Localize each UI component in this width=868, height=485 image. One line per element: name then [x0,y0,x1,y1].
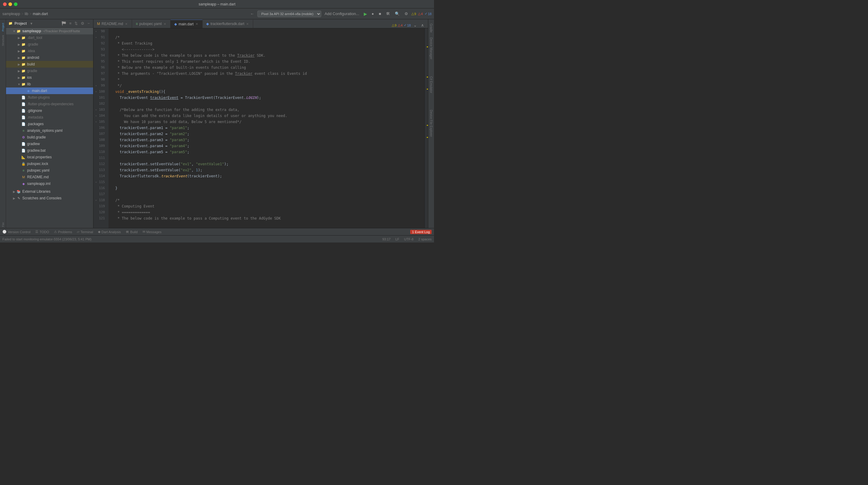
version-control-btn[interactable]: ⚪ Version Control [2,230,30,234]
locate-button[interactable]: 🏁 [61,21,67,26]
tree-item-scratches[interactable]: ▶ ✎ Scratches and Consoles [6,195,93,201]
list-item[interactable]: 📄 gradlew.bat [6,147,93,154]
project-panel: 📁 Project ▼ 🏁 ≡ ⇅ ⚙ − ▼ 📁 sampleapp ~/Tr… [6,19,93,228]
favorites-icon[interactable]: Fav [1,221,5,228]
item-label: build.gradle [27,135,46,139]
code-line-114: Trackierfluttersdk.trackerEvent(trackier… [111,173,422,179]
build-button[interactable]: 🛠 [384,11,392,17]
add-config-button[interactable]: Add Configuration... [323,11,361,17]
list-item[interactable]: ▶ 📁 android [6,54,93,61]
structure-icon[interactable]: Structure [1,34,5,47]
pubspec-tab-close[interactable]: ✕ [163,22,167,26]
list-item[interactable]: 📄 .packages [6,121,93,127]
maximize-button[interactable] [14,2,18,6]
emulator-label[interactable]: C# Emulator [429,75,433,95]
list-item[interactable]: ▶ 📁 ios [6,74,93,81]
main-dart-tab-icon: ◆ [174,22,177,26]
collapse-editor[interactable]: ⌄ [412,22,418,28]
list-item[interactable]: ▼ 📁 lib [6,81,93,87]
warning-count: 9 [414,12,416,16]
back-button[interactable]: ← [249,11,255,17]
minimize-button[interactable] [8,2,12,6]
code-line-113: trackierEvent.setEventValue("ev2", 1); [111,167,422,173]
hide-panel[interactable]: − [87,21,91,26]
code-content[interactable]: /* * Event Tracking <-------------> * Th… [108,28,424,228]
list-item[interactable]: ⚙ build.gradle [6,134,93,141]
sort-button[interactable]: ⇅ [73,21,79,26]
gradle-panel-label[interactable]: Gradle [429,22,433,34]
list-item[interactable]: ▶ 📁 .dart_tool [6,34,93,41]
debug-button[interactable]: ● [370,11,375,17]
tree-item-main-dart[interactable]: ◆ main.dart [6,87,93,94]
settings-button[interactable]: ⚙ [403,11,410,17]
gutter-119: 119 [95,203,106,209]
list-item[interactable]: 📄 .metadata [6,114,93,121]
code-editor[interactable]: 90 91 92 93 94 95 96 97 98 99 100 101 10… [93,28,428,228]
trackier-tab-close[interactable]: ✕ [246,22,249,26]
tab-readme[interactable]: M README.md ✕ [93,20,132,28]
tree-item-external-libraries[interactable]: ▶ 📚 External Libraries [6,188,93,195]
list-item[interactable]: ▶ 📁 gradle [6,67,93,74]
hint-count: 18 [428,12,432,16]
tab-trackier[interactable]: ◆ trackierfluttersdk.dart ✕ [203,20,253,28]
root-folder-icon: 📁 [16,29,21,33]
hint-badge[interactable]: ✓ 18 [425,12,432,16]
stop-button[interactable]: ■ [377,11,383,17]
todo-btn[interactable]: ☰ TODO [35,230,49,234]
panel-dropdown[interactable]: ▼ [30,22,33,25]
code-line-108: trackierEvent.param3 = "param3"; [111,137,422,143]
project-icon[interactable]: Project [1,22,5,33]
gutter-107: 107 [95,131,106,137]
gutter-100: 100 [95,89,106,95]
list-item[interactable]: ▶ 📁 build [6,61,93,67]
position-indicator: 93:17 [382,237,391,241]
build-btn[interactable]: 🛠 Build [126,230,137,234]
editor-scroll-gutter[interactable] [424,28,428,228]
readme-tab-label: README.md [101,22,123,26]
list-item[interactable]: 📄 .gitignore [6,107,93,114]
error-badge[interactable]: △ 4 [418,12,423,16]
device-manager-label[interactable]: Device Manager [429,36,433,61]
tree-root[interactable]: ▼ 📁 sampleapp ~/Trackier Project/Flutte [6,28,93,34]
device-file-explorer-label[interactable]: Device File Explorer [429,108,433,138]
run-button[interactable]: ▶ [363,11,368,17]
readme-tab-close[interactable]: ✕ [124,22,128,26]
close-button[interactable] [3,2,7,6]
terminal-btn[interactable]: ▱ Terminal [77,230,93,234]
list-item[interactable]: ◈ sampleapp.iml [6,180,93,187]
list-item[interactable]: 📄 .flutter-plugins [6,94,93,101]
hint-icon: ✓ [425,12,427,16]
event-log-button[interactable]: 1 Event Log [410,230,432,234]
window-controls[interactable] [3,2,18,6]
list-item[interactable]: ≡ pubspec.yaml [6,167,93,174]
settings-gear[interactable]: ⚙ [80,21,85,26]
vc-label: Version Control [8,230,30,234]
list-item[interactable]: ≡ analysis_options.yaml [6,127,93,134]
device-selector[interactable]: Pixel 3a API 32 arm64-v8a (mobile) [257,10,321,17]
list-item[interactable]: 📄 gradlew [6,141,93,147]
main-dart-tab-close[interactable]: ✕ [195,22,198,26]
list-item[interactable]: M README.md [6,174,93,180]
list-item[interactable]: 🔒 pubspec.lock [6,161,93,167]
dart-analysis-btn[interactable]: ◆ Dart Analysis [98,230,121,234]
tab-main-dart[interactable]: ◆ main.dart ✕ [170,20,203,28]
collapse-all-button[interactable]: ≡ [68,21,73,26]
build-label: Build [130,230,137,234]
expand-editor[interactable]: ∧ [420,22,426,28]
code-line-111 [111,155,422,161]
search-button[interactable]: 🔍 [393,11,401,17]
vc-icon: ⚪ [2,230,7,234]
messages-btn[interactable]: ✉ Messages [143,230,161,234]
list-item[interactable]: 📐 local.properties [6,154,93,161]
tab-pubspec[interactable]: ≡ pubspec.yaml ✕ [132,20,170,28]
warning-badge[interactable]: △ 9 [411,12,416,16]
tabs-end-actions: △ 9 △ 4 ✓ 18 ⌄ ∧ [390,22,428,28]
gutter-105: 105 [95,119,106,125]
root-path: ~/Trackier Project/Flutte [42,29,80,33]
list-item[interactable]: ▶ 📁 .idea [6,48,93,54]
list-item[interactable]: 📄 .flutter-plugins-dependencies [6,101,93,107]
main-dart-label: main.dart [32,89,47,93]
problems-btn[interactable]: ⚠ Problems [54,230,72,234]
list-item[interactable]: ▶ 📁 .gradle [6,41,93,48]
code-line-107: trackierEvent.param2 = "param2"; [111,131,422,137]
